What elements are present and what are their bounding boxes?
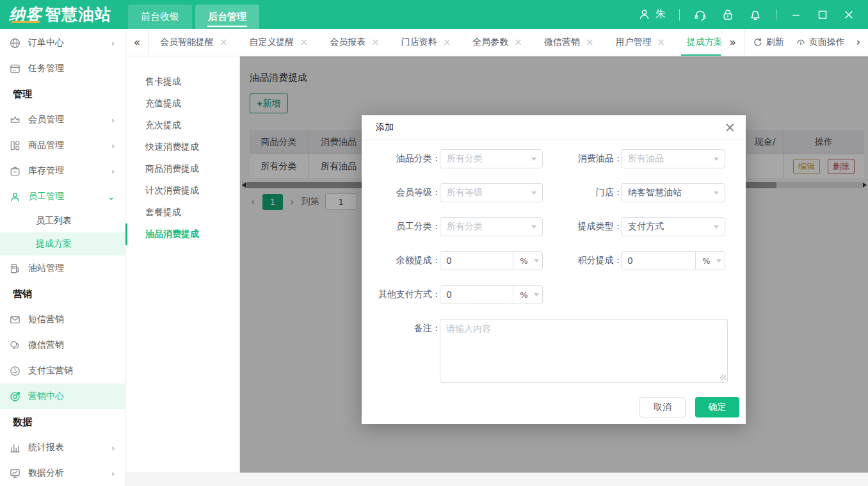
user-icon xyxy=(638,8,651,21)
cancel-button[interactable]: 取消 xyxy=(639,397,686,417)
username-label: 朱 xyxy=(655,8,666,21)
tab-commission-plan[interactable]: 提成方案 × xyxy=(676,29,721,56)
separator xyxy=(679,9,680,20)
tab-close-icon[interactable]: × xyxy=(220,36,228,48)
submenu-item-quick-consume-commission[interactable]: 快速消费提成 xyxy=(125,136,239,158)
sidebar-item-statistics-reports[interactable]: 统计报表 › xyxy=(0,435,125,460)
tab-custom-reminder[interactable]: 自定义提醒 × xyxy=(239,29,319,56)
sidebar-item-member-management[interactable]: 会员管理 › xyxy=(0,107,125,133)
sidebar-item-staff-management[interactable]: 员工管理 ⌄ xyxy=(0,184,125,209)
tab-member-report[interactable]: 会员报表 × xyxy=(319,29,390,56)
goods-icon xyxy=(9,139,22,152)
other-payment-unit-select[interactable]: % xyxy=(513,286,542,304)
commission-type-label: 提成类型 : xyxy=(543,221,620,232)
sidebar-item-task-management[interactable]: 任务管理 xyxy=(0,56,125,81)
store-value: 纳客智慧油站 xyxy=(628,187,682,198)
footer-strip xyxy=(125,473,868,486)
sidebar-item-label: 微信营销 xyxy=(28,339,64,351)
percent-label: % xyxy=(520,290,527,300)
tab-global-params[interactable]: 全局参数 × xyxy=(462,29,533,56)
submenu-item-goods-consume-commission[interactable]: 商品消费提成 xyxy=(125,158,239,180)
tab-label: 门店资料 xyxy=(401,36,437,48)
submenu-item-count-consume-commission[interactable]: 计次消费提成 xyxy=(125,180,239,202)
remark-label: 备注 : xyxy=(362,319,438,334)
sidebar-item-station-management[interactable]: 油站管理 xyxy=(0,255,125,281)
topbar-right: 朱 xyxy=(638,8,868,22)
tab-close-icon[interactable]: × xyxy=(443,36,451,48)
close-icon[interactable] xyxy=(842,8,855,21)
member-level-select[interactable]: 所有等级 xyxy=(440,183,543,202)
tab-close-icon[interactable]: × xyxy=(300,36,309,48)
commission-submenu: 售卡提成 充值提成 充次提成 快速消费提成 商品消费提成 计次消费提成 套餐提成… xyxy=(125,56,240,473)
chevron-down-icon: ⌄ xyxy=(108,192,115,202)
submenu-item-oil-consume-commission[interactable]: 油品消费提成 xyxy=(125,223,239,245)
tab-close-icon[interactable]: × xyxy=(371,36,380,48)
commission-type-select[interactable]: 支付方式 xyxy=(621,217,725,236)
minimize-icon[interactable] xyxy=(790,8,803,21)
sidebar-subitem-commission-plan[interactable]: 提成方案 xyxy=(0,232,125,255)
tab-user-management[interactable]: 用户管理 × xyxy=(604,29,676,56)
tab-close-icon[interactable]: × xyxy=(514,36,522,48)
balance-commission-label: 余额提成 : xyxy=(362,255,438,266)
person-icon xyxy=(9,190,22,203)
other-payment-input[interactable] xyxy=(440,286,513,304)
sidebar-item-order-center[interactable]: 订单中心 › xyxy=(0,30,125,56)
balance-commission-input[interactable] xyxy=(440,252,513,270)
front-cashier-button[interactable]: 前台收银 xyxy=(128,4,192,29)
tabs-expand-button[interactable]: » xyxy=(721,29,744,56)
modal-header: 添加 × xyxy=(362,115,746,140)
store-select[interactable]: 纳客智慧油站 xyxy=(621,183,725,202)
tab-wechat-marketing[interactable]: 微信营销 × xyxy=(533,29,605,56)
backend-admin-button[interactable]: 后台管理 xyxy=(195,4,259,29)
sidebar-subitem-staff-list[interactable]: 员工列表 xyxy=(0,209,125,232)
caret-down-icon xyxy=(531,191,536,195)
sidebar-item-inventory-management[interactable]: 库存管理 › xyxy=(0,158,125,184)
sidebar-item-alipay-marketing[interactable]: 支付宝营销 xyxy=(0,358,125,384)
points-commission-unit-select[interactable]: % xyxy=(695,252,725,270)
headset-icon[interactable] xyxy=(693,8,707,22)
maximize-icon[interactable] xyxy=(816,8,829,21)
sidebar-item-data-analysis[interactable]: 数据分析 › xyxy=(0,460,125,486)
user-menu[interactable]: 朱 xyxy=(638,8,666,21)
remark-textarea[interactable] xyxy=(440,319,728,383)
confirm-button[interactable]: 确定 xyxy=(695,397,739,417)
brand-secondary: 智慧油站 xyxy=(45,4,111,25)
staff-category-select[interactable]: 所有分类 xyxy=(440,217,543,236)
chevron-right-icon: › xyxy=(111,115,115,125)
balance-commission-unit-select[interactable]: % xyxy=(513,252,542,270)
bell-icon[interactable] xyxy=(748,8,762,22)
points-commission-input[interactable] xyxy=(622,252,695,270)
staff-category-value: 所有分类 xyxy=(447,221,483,232)
page-operations-button[interactable]: 页面操作 xyxy=(796,36,845,48)
submenu-item-package-commission[interactable]: 套餐提成 xyxy=(125,202,239,223)
refresh-button[interactable]: 刷新 xyxy=(753,36,784,48)
lock-icon[interactable] xyxy=(721,8,735,22)
caret-down-icon xyxy=(714,158,719,161)
oil-category-select[interactable]: 所有分类 xyxy=(440,149,543,168)
sidebar-section-data: 数据 xyxy=(0,409,125,435)
alipay-icon xyxy=(9,364,22,377)
caret-down-icon xyxy=(714,191,719,195)
submenu-item-times-recharge-commission[interactable]: 充次提成 xyxy=(125,115,239,136)
sidebar-item-label: 油站管理 xyxy=(28,263,64,274)
consume-oil-select[interactable]: 所有油品 xyxy=(621,149,725,168)
tabs-collapse-button[interactable]: « xyxy=(125,29,149,56)
sidebar-item-sms-marketing[interactable]: 短信营销 xyxy=(0,307,125,332)
tab-close-icon[interactable]: × xyxy=(657,36,665,48)
sidebar-item-goods-management[interactable]: 商品管理 › xyxy=(0,133,125,158)
toolbar-more-chevron-icon[interactable]: › xyxy=(856,36,860,48)
tab-close-icon[interactable]: × xyxy=(586,36,594,48)
main-sidebar: 订单中心 › 任务管理 管理 会员管理 › 商品管理 › 库存管理 › 员工管理… xyxy=(0,29,125,486)
tab-store-info[interactable]: 门店资料 × xyxy=(390,29,462,56)
sidebar-item-wechat-marketing[interactable]: 微信营销 xyxy=(0,332,125,358)
submenu-item-recharge-commission[interactable]: 充值提成 xyxy=(125,93,239,115)
modal-close-icon[interactable]: × xyxy=(724,121,735,134)
tab-member-smart-reminder[interactable]: 会员智能提醒 × xyxy=(149,29,239,56)
submenu-item-card-sale-commission[interactable]: 售卡提成 xyxy=(125,71,239,93)
workspace-switcher: 前台收银 后台管理 xyxy=(128,4,259,29)
sidebar-item-label: 短信营销 xyxy=(28,314,64,325)
inventory-icon xyxy=(9,165,22,177)
sidebar-item-marketing-center[interactable]: 营销中心 xyxy=(0,384,125,409)
caret-down-icon xyxy=(534,293,539,296)
sidebar-item-label: 商品管理 xyxy=(28,140,64,151)
